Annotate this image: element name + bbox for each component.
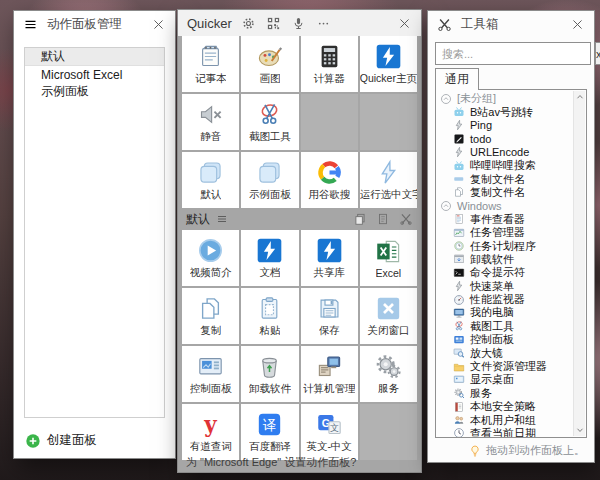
cut-tool-icon[interactable] bbox=[399, 212, 413, 226]
action-cell[interactable]: Excel bbox=[360, 230, 417, 286]
hamburger-menu-icon[interactable] bbox=[216, 213, 228, 225]
calculator-icon bbox=[316, 43, 343, 70]
pages-gray-icon bbox=[453, 186, 465, 198]
toolbox-item-label: 查看当前日期 bbox=[470, 426, 536, 437]
launcher-cell[interactable]: 静音 bbox=[182, 94, 239, 150]
close-icon[interactable] bbox=[151, 17, 166, 32]
control-sm-icon bbox=[453, 334, 465, 346]
cell-label: 有道查词 bbox=[190, 440, 232, 454]
toolbox-item-label: B站av号跳转 bbox=[470, 105, 533, 120]
group-header[interactable]: [未分组] bbox=[438, 92, 572, 105]
toolbox-item[interactable]: 卸载软件 bbox=[438, 253, 572, 266]
action-cell[interactable]: 复制 bbox=[182, 288, 239, 344]
clock-icon bbox=[453, 427, 465, 437]
cell-label: 记事本 bbox=[195, 72, 227, 86]
toolbox-item[interactable]: 性能监视器 bbox=[438, 293, 572, 306]
create-panel-button[interactable]: 创建面板 bbox=[25, 432, 97, 449]
action-cell[interactable]: 关闭窗口 bbox=[360, 288, 417, 344]
panel-list: 默认Microsoft Excel示例面板 bbox=[24, 47, 165, 418]
scroll-down-icon[interactable] bbox=[574, 424, 586, 436]
toolbox-item[interactable]: 命令提示符 bbox=[438, 266, 572, 279]
baidu-translate-icon: 译 bbox=[256, 411, 283, 438]
desktop-icon bbox=[453, 374, 465, 386]
computer-icon bbox=[316, 353, 343, 380]
toolbox-item[interactable]: 本地安全策略 bbox=[438, 400, 572, 413]
launcher-cell[interactable]: 计算器 bbox=[301, 36, 358, 92]
panel-list-item[interactable]: 示例面板 bbox=[25, 83, 164, 100]
hamburger-menu-icon[interactable] bbox=[23, 17, 38, 32]
action-cell[interactable]: 粘贴 bbox=[241, 288, 298, 344]
collapse-icon bbox=[440, 93, 452, 105]
collapse-icon bbox=[440, 200, 452, 212]
cell-label: 控制面板 bbox=[190, 382, 232, 396]
toolbox-item[interactable]: 任务管理器 bbox=[438, 226, 572, 239]
more-icon[interactable] bbox=[316, 16, 331, 31]
toolbox-item[interactable]: 事件查看器 bbox=[438, 213, 572, 226]
scroll-up-icon[interactable] bbox=[574, 91, 586, 103]
search-input[interactable] bbox=[435, 42, 591, 65]
action-cell[interactable]: 文档 bbox=[241, 230, 298, 286]
panel-list-item[interactable]: 默认 bbox=[25, 48, 164, 66]
scrollbar[interactable] bbox=[573, 91, 585, 436]
toolbox-item[interactable]: URLEncode bbox=[438, 146, 572, 159]
toolbox-item[interactable]: Ping bbox=[438, 119, 572, 132]
cell-label: 共享库 bbox=[313, 266, 345, 280]
toolbox-item[interactable]: 查看当前日期 bbox=[438, 427, 572, 437]
launcher-cell[interactable]: 截图工具 bbox=[241, 94, 298, 150]
copy-tool-icon[interactable] bbox=[353, 212, 367, 226]
action-cell[interactable]: 保存 bbox=[301, 288, 358, 344]
page-tool-icon[interactable] bbox=[376, 212, 390, 226]
launcher-cell[interactable]: 运行选中文字 bbox=[360, 152, 417, 208]
cell-label: 计算器 bbox=[313, 72, 345, 86]
action-cell[interactable]: G文英文-中文 bbox=[301, 404, 358, 460]
launcher-empty-cell bbox=[301, 94, 358, 150]
toolbox-item[interactable]: B站av号跳转 bbox=[438, 105, 572, 118]
toolbox-item[interactable]: 控制面板 bbox=[438, 333, 572, 346]
launcher-cell[interactable]: Quicker主页 bbox=[360, 36, 417, 92]
toolbox-item[interactable]: 文件资源管理器 bbox=[438, 360, 572, 373]
cell-label: 百度翻译 bbox=[249, 440, 291, 454]
close-icon[interactable] bbox=[570, 17, 585, 32]
action-cell[interactable]: 译百度翻译 bbox=[241, 404, 298, 460]
launcher-cell[interactable]: 用谷歌搜 bbox=[301, 152, 358, 208]
action-cell[interactable]: y有道查词 bbox=[182, 404, 239, 460]
action-cell[interactable]: 卸载软件 bbox=[241, 346, 298, 402]
toolbox-item[interactable]: 快速菜单 bbox=[438, 279, 572, 292]
toolbox-list: [未分组]B站av号跳转PingtodoURLEncode哔哩哔哩搜索复制文件名… bbox=[438, 92, 572, 437]
toolbox-item[interactable]: 我的电脑 bbox=[438, 306, 572, 319]
action-cell[interactable]: 服务 bbox=[360, 346, 417, 402]
xscissors-icon bbox=[437, 17, 452, 32]
launcher-cell[interactable]: 示例面板 bbox=[241, 152, 298, 208]
microphone-icon[interactable] bbox=[291, 16, 306, 31]
toolbox-item[interactable]: 服务 bbox=[438, 387, 572, 400]
action-cell[interactable]: 计算机管理 bbox=[301, 346, 358, 402]
launcher-cell[interactable]: 画图 bbox=[241, 36, 298, 92]
toolbox-item[interactable]: 复制文件名 bbox=[438, 172, 572, 185]
tab-general[interactable]: 通用 bbox=[435, 68, 479, 90]
qr-code-icon[interactable] bbox=[266, 16, 281, 31]
action-cell[interactable]: 视频简介 bbox=[182, 230, 239, 286]
recycle-bin-icon bbox=[256, 353, 283, 380]
close-icon[interactable] bbox=[397, 16, 412, 31]
gear-icon[interactable] bbox=[241, 16, 256, 31]
toolbox-item[interactable]: todo bbox=[438, 132, 572, 145]
toolbox-item[interactable]: 任务计划程序 bbox=[438, 239, 572, 252]
create-panel-label: 创建面板 bbox=[47, 432, 97, 449]
launcher-cell[interactable]: 记事本 bbox=[182, 36, 239, 92]
toolbox-item[interactable]: 复制文件名 bbox=[438, 186, 572, 199]
toolbox-titlebar: 工具箱 bbox=[428, 11, 594, 37]
launcher-cell[interactable]: 默认 bbox=[182, 152, 239, 208]
panel-list-item[interactable]: Microsoft Excel bbox=[25, 66, 164, 83]
action-cell[interactable]: 控制面板 bbox=[182, 346, 239, 402]
toolbox-item[interactable]: 显示桌面 bbox=[438, 373, 572, 386]
panel-manager-titlebar: 动作面板管理 bbox=[14, 11, 175, 37]
action-cell[interactable]: 共享库 bbox=[301, 230, 358, 286]
toolbox-listbox: [未分组]B站av号跳转PingtodoURLEncode哔哩哔哩搜索复制文件名… bbox=[435, 89, 587, 438]
toolbox-item-label: todo bbox=[470, 133, 491, 145]
toolbox-item[interactable]: 截图工具 bbox=[438, 320, 572, 333]
toolbox-item[interactable]: 哔哩哔哩搜索 bbox=[438, 159, 572, 172]
group-header[interactable]: Windows bbox=[438, 199, 572, 212]
toolbox-item[interactable]: 本机用户和组 bbox=[438, 413, 572, 426]
toolbox-item[interactable]: 放大镜 bbox=[438, 346, 572, 359]
clear-search-button[interactable]: x bbox=[595, 42, 600, 65]
